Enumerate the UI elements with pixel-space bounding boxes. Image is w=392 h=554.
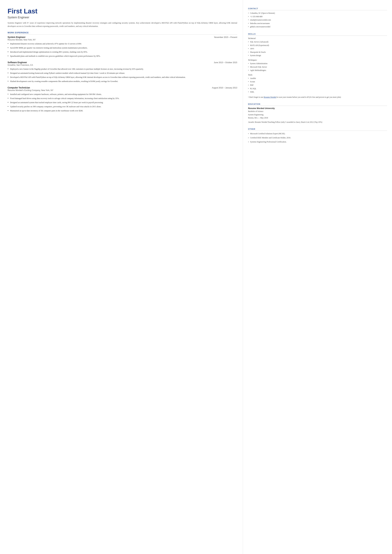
other-section: OTHER Microsoft Certified Solutions Expe… xyxy=(248,128,387,144)
candidate-title: System Engineer xyxy=(7,16,237,19)
tools-label: Tools: xyxy=(248,74,387,76)
work-title-1: System Engineer xyxy=(7,36,26,38)
contact-list: Columbia, SC (Open to Remote) +1-335-900… xyxy=(248,12,387,28)
contact-item: github.com/resumeworded xyxy=(248,25,387,28)
education-section-label: EDUCATION xyxy=(248,103,387,106)
skill-item: PL/SQL xyxy=(248,87,387,91)
work-entry-2: Software Engineer June 2013 – October 20… xyxy=(7,61,237,83)
skills-section-label: SKILLS xyxy=(248,33,387,36)
skills-promo: • Don't forget to use Resume Worded to s… xyxy=(248,96,387,99)
work-company-1: Resume Worded, New York, NY xyxy=(7,39,237,41)
bullet-item: Designed an automated testing framework … xyxy=(7,71,237,75)
work-header-3: Computer Technician August 2010 – Januar… xyxy=(7,86,237,89)
skills-section: SKILLS Technical: SQL Server (Advanced) … xyxy=(248,33,387,99)
skill-item: XML xyxy=(248,90,387,94)
bullet-item: Fixed damaged hard drives using data rec… xyxy=(7,97,237,100)
contact-item: linkedin.com/in/username xyxy=(248,22,387,25)
skills-promo-text: Don't forget to use xyxy=(249,96,264,98)
skill-item: PHP xyxy=(248,84,387,87)
work-entry-1: System Engineer November 2015 – Present … xyxy=(7,36,237,58)
bullet-item: Developed a RESTful API with Flask/Pytho… xyxy=(7,76,237,79)
bullet-item: Deployed a new feature in the flagship p… xyxy=(7,67,237,70)
edu-awards: Awards: Resume Worded Teaching Fellow (o… xyxy=(248,120,387,124)
work-dates-1: November 2015 – Present xyxy=(214,36,237,38)
work-bullets-3: Installed and configured new computer ha… xyxy=(7,93,237,112)
work-title-2: Software Engineer xyxy=(7,61,27,64)
contact-section-label: CONTACT xyxy=(248,7,387,10)
edu-degree: Bachelor of Science xyxy=(248,110,387,113)
skill-item: System design xyxy=(248,54,387,57)
skill-item: Ansible xyxy=(248,77,387,80)
work-bullets-1: Implemented disaster recovery solutions … xyxy=(7,42,237,58)
bullet-item: Slashed development costs by creating re… xyxy=(7,80,237,83)
bullet-item: Updated security patches on 300 company … xyxy=(7,105,237,108)
skills-promo-rest: to scan your resume before you send it o… xyxy=(276,96,341,98)
edu-field: System Engineering xyxy=(248,113,387,116)
bullet-item: Spearheaded plans and methods to establi… xyxy=(7,55,237,58)
skill-item: System Administration xyxy=(248,62,387,65)
skills-promo-prefix: • xyxy=(248,96,249,98)
work-title-3: Computer Technician xyxy=(7,86,30,89)
contact-section: CONTACT Columbia, SC (Open to Remote) +1… xyxy=(248,7,387,28)
contact-item: +1-335-900-889 xyxy=(248,15,387,19)
work-header-2: Software Engineer June 2013 – October 20… xyxy=(7,61,237,64)
contact-item: email@resumeworded.com xyxy=(248,18,387,22)
skill-item: Agile Methodologies xyxy=(248,69,387,72)
other-item-3: Systems Engineering Professional Certifi… xyxy=(248,140,387,144)
skill-item: AWS xyxy=(248,47,387,50)
bullet-item: Saved RW $90K per quarter via extensive … xyxy=(7,46,237,49)
bullet-item: Implemented disaster recovery solutions … xyxy=(7,42,237,45)
techniques-label: Techniques: xyxy=(248,59,387,61)
bullet-item: Introduced and implemented design optimi… xyxy=(7,50,237,54)
work-company-2: Growthsi, San Francisco, CA xyxy=(7,64,237,66)
work-header-1: System Engineer November 2015 – Present xyxy=(7,36,237,38)
work-entry-3: Computer Technician August 2010 – Januar… xyxy=(7,86,237,112)
side-column: CONTACT Columbia, SC (Open to Remote) +1… xyxy=(243,0,392,554)
skill-item: Sharepoint & Oracle xyxy=(248,50,387,54)
work-bullets-2: Deployed a new feature in the flagship p… xyxy=(7,67,237,83)
techniques-skill-list: System Administration Microsoft SQL Serv… xyxy=(248,62,387,72)
work-experience-section-label: WORK EXPERIENCE xyxy=(7,32,237,35)
technical-label: Technical: xyxy=(248,37,387,40)
edu-location-date: Boston, MA — May 2018 xyxy=(248,116,387,119)
skill-item: SQL Server (Advanced) xyxy=(248,40,387,44)
edu-school: Resume Worded University xyxy=(248,107,387,109)
other-item-2: Certified IEEE Member and Certificate Ho… xyxy=(248,136,387,140)
work-dates-3: August 2010 – January 2013 xyxy=(212,87,237,89)
summary-text: Systems Engineer with 9+ years of experi… xyxy=(7,21,237,28)
bullet-item: Maintained an up-to-date inventory of 5K… xyxy=(7,109,237,112)
other-item-1: Microsoft Certified Solutions Expert (MC… xyxy=(248,132,387,135)
bullet-item: Designed an automated system that tracke… xyxy=(7,101,237,104)
work-company-3: Resume Worded's Exciting Company, New Yo… xyxy=(7,89,237,91)
skill-item: Microsoft SQL Server xyxy=(248,65,387,69)
education-section: EDUCATION Resume Worded University Bache… xyxy=(248,103,387,124)
work-dates-2: June 2013 – October 2015 xyxy=(214,61,237,64)
tools-skill-list: Ansible Scrum PHP PL/SQL XML xyxy=(248,77,387,94)
technical-skill-list: SQL Server (Advanced) MATLAB (Experience… xyxy=(248,40,387,57)
resume-worded-link[interactable]: Resume Worded xyxy=(264,96,276,98)
skill-item: MATLAB (Experienced) xyxy=(248,44,387,47)
candidate-name: First Last xyxy=(7,7,237,15)
contact-item: Columbia, SC (Open to Remote) xyxy=(248,12,387,15)
other-section-label: OTHER xyxy=(248,128,387,131)
skill-item: Scrum xyxy=(248,80,387,84)
main-column: First Last System Engineer Systems Engin… xyxy=(0,0,243,554)
bullet-item: Installed and configured new computer ha… xyxy=(7,93,237,96)
